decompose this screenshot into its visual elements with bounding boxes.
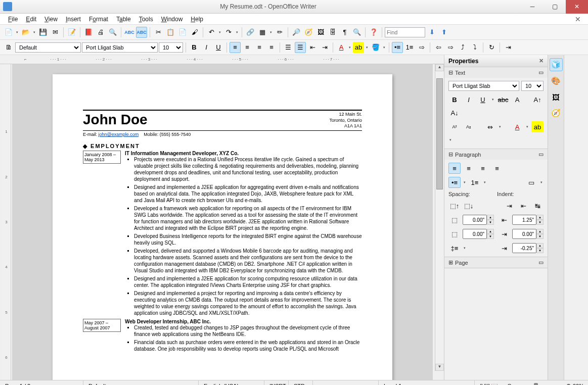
sidebar-spacing-button[interactable]: ⇔ (484, 121, 496, 132)
copy-icon[interactable]: 📋 (165, 27, 176, 38)
zoom-value[interactable]: 90% (573, 383, 584, 386)
sidebar-sub-button[interactable]: A₂ (463, 121, 475, 132)
sidebar-highlight-button[interactable]: ab (531, 121, 544, 132)
maximize-button[interactable]: ▢ (544, 0, 566, 14)
open-dropdown[interactable]: ▾ (32, 27, 36, 38)
status-style[interactable]: Default (83, 380, 199, 385)
status-page[interactable]: Page 1 / 2 (0, 380, 83, 385)
save-icon[interactable]: 💾 (37, 27, 49, 38)
sidebar-align-right[interactable]: ≡ (477, 163, 489, 174)
align-left-button[interactable]: ≡ (230, 42, 241, 53)
sidebar-left-input[interactable] (512, 215, 536, 225)
demote-button[interactable]: ⇨ (416, 42, 427, 53)
align-center-button[interactable]: ≡ (242, 42, 253, 53)
menu-format[interactable]: Format (86, 15, 111, 24)
sidebar-numbers-dropdown[interactable]: ▾ (483, 177, 487, 188)
menu-table[interactable]: Table (113, 15, 134, 24)
spinner-up[interactable]: ▲ (536, 229, 544, 234)
sidebar-inc-indent-icon[interactable]: ⇥ (503, 200, 515, 211)
sidebar-hanging-icon[interactable]: ↹ (531, 200, 544, 211)
table-icon[interactable]: ▦ (257, 27, 268, 38)
edit-icon[interactable]: 📝 (66, 27, 77, 38)
sidebar-shadow-button[interactable]: A (511, 94, 523, 105)
document-viewport[interactable]: John Doe 12 Main St. Toronto, Ontario A1… (12, 64, 433, 380)
status-language[interactable]: English (USA) (199, 380, 264, 385)
spinner-down[interactable]: ▼ (536, 248, 544, 253)
spinner-down[interactable]: ▼ (487, 220, 494, 225)
numbered-list-button[interactable]: ☰ (283, 42, 294, 53)
sidebar-italic-button[interactable]: I (463, 94, 475, 105)
sidebar-above-input[interactable] (463, 215, 487, 225)
paste-icon[interactable]: 📄 (177, 27, 188, 38)
close-document-button[interactable]: ✕ (573, 15, 583, 23)
sidebar-tab-properties[interactable]: 🧊 (550, 58, 563, 71)
spinner-up[interactable]: ▲ (487, 229, 494, 234)
sidebar-fontcolor-dropdown[interactable]: ▾ (525, 121, 529, 132)
bold-button[interactable]: B (189, 42, 200, 53)
sidebar-super-button[interactable]: A² (448, 121, 461, 132)
zoom-knob[interactable] (534, 383, 538, 386)
find-icon[interactable]: 🔎 (291, 27, 302, 38)
list-numbers-button[interactable]: 1≡ (404, 42, 415, 53)
italic-button[interactable]: I (201, 42, 212, 53)
sidebar-tab-gallery[interactable]: 🖼 (550, 90, 563, 104)
find-prev-icon[interactable]: ⬆ (438, 27, 449, 38)
styles-icon[interactable]: 🗎 (3, 42, 14, 53)
help-icon[interactable]: ❓ (368, 27, 379, 38)
restart-numbering-icon[interactable]: ↻ (486, 42, 497, 53)
spinner-up[interactable]: ▲ (487, 215, 494, 220)
preview-icon[interactable]: 🔍 (107, 27, 118, 38)
menu-view[interactable]: View (41, 15, 61, 24)
navigator-icon[interactable]: 🧭 (303, 27, 314, 38)
vertical-ruler[interactable]: 123456 (2, 64, 11, 380)
decrease-indent-button[interactable]: ⇤ (307, 42, 318, 53)
close-button[interactable]: ✕ (566, 0, 588, 14)
spinner-up[interactable]: ▲ (536, 215, 544, 220)
sidebar-below-input[interactable] (463, 229, 487, 239)
email-icon[interactable]: ✉ (50, 27, 61, 38)
tab-icon[interactable]: ⇥ (503, 42, 514, 53)
sidebar-right-input[interactable] (512, 229, 536, 239)
document-page[interactable]: John Doe 12 Main St. Toronto, Ontario A1… (53, 74, 392, 380)
redo-icon[interactable]: ↷ (223, 27, 234, 38)
sidebar-underline-button[interactable]: U (477, 94, 489, 105)
scroll-up-icon[interactable]: ▲ (435, 64, 444, 71)
sidebar-linespace-dropdown[interactable]: ▾ (463, 243, 467, 254)
menu-help[interactable]: Help (188, 15, 206, 24)
sidebar-size-select[interactable]: 10 (521, 81, 544, 91)
menu-tools[interactable]: Tools (136, 15, 156, 24)
export-pdf-icon[interactable]: 📕 (83, 27, 94, 38)
sidebar-spacing-dropdown[interactable]: ▾ (498, 121, 502, 132)
table-dropdown[interactable]: ▾ (269, 27, 273, 38)
paragraph-style-select[interactable]: Default (15, 42, 81, 53)
new-dropdown[interactable]: ▾ (15, 27, 19, 38)
bg-color-dropdown[interactable]: ▾ (382, 42, 386, 53)
gallery-icon[interactable]: 🖼 (315, 27, 326, 38)
autospell-icon[interactable]: ABC (136, 27, 147, 38)
move-down-icon[interactable]: ⤵ (469, 42, 480, 53)
bulleted-list-button[interactable]: ☰ (295, 42, 306, 53)
sidebar-paragraph-header[interactable]: ⊟ Paragraph▭ (444, 149, 548, 160)
sidebar-align-center[interactable]: ≡ (463, 163, 475, 174)
find-next-icon[interactable]: ⬇ (426, 27, 437, 38)
spinner-up[interactable]: ▲ (536, 243, 544, 248)
spinner-down[interactable]: ▼ (536, 220, 544, 225)
font-color-button[interactable]: A (336, 42, 347, 53)
scroll-thumb[interactable] (436, 78, 443, 189)
menu-window[interactable]: Window (158, 15, 186, 24)
view-multi-icon[interactable]: ▯▯ (484, 382, 490, 385)
status-std[interactable]: STD (289, 380, 313, 385)
drawing-icon[interactable]: ✏ (274, 27, 285, 38)
zoom-icon[interactable]: 🔍 (351, 27, 363, 38)
underline-button[interactable]: U (213, 42, 224, 53)
horizontal-ruler[interactable]: ⌐ · · · 1 · · ·· · · 2 · · ·· · · 3 · · … (0, 55, 444, 64)
spinner-down[interactable]: ▼ (536, 234, 544, 239)
align-justify-button[interactable]: ≡ (266, 42, 277, 53)
spellcheck-icon[interactable]: ABC (124, 27, 135, 38)
sidebar-bullets-button[interactable]: •≡ (448, 177, 461, 188)
zoom-in-icon[interactable]: ⊕ (566, 382, 571, 385)
sidebar-dec-indent-icon[interactable]: ⇤ (517, 200, 529, 211)
sidebar-tab-navigator[interactable]: 🧭 (550, 107, 563, 120)
font-color-dropdown[interactable]: ▾ (348, 42, 352, 53)
list-bullets-button[interactable]: •≡ (392, 42, 403, 53)
